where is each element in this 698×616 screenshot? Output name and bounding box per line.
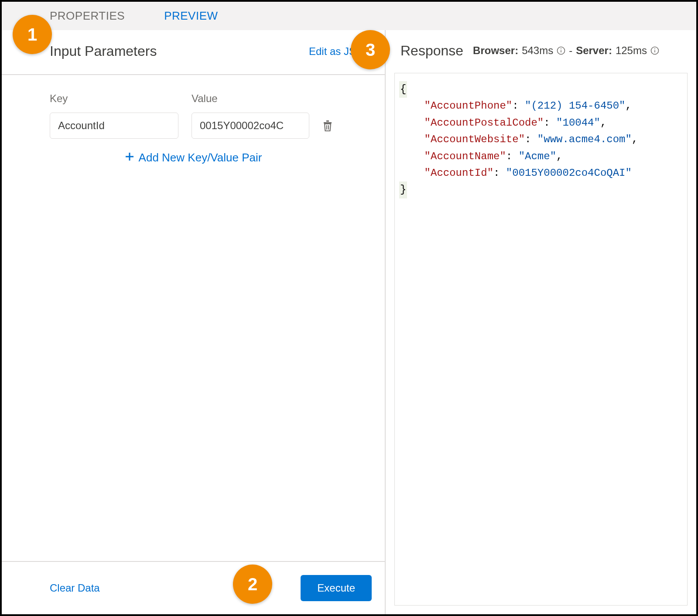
timing-separator: - xyxy=(569,44,572,57)
param-key-input[interactable] xyxy=(50,113,178,139)
browser-timing-label: Browser: xyxy=(473,44,518,57)
svg-point-8 xyxy=(561,48,561,49)
svg-point-11 xyxy=(654,48,655,49)
svg-rect-1 xyxy=(326,120,329,122)
callout-badge-2: 2 xyxy=(233,565,272,604)
tab-bar: PROPERTIES PREVIEW xyxy=(2,2,696,30)
value-column-label: Value xyxy=(192,92,218,105)
callout-badge-1: 1 xyxy=(13,15,52,54)
server-timing-label: Server: xyxy=(576,44,612,57)
execute-button[interactable]: Execute xyxy=(301,575,372,601)
callout-badge-3: 3 xyxy=(351,30,390,69)
add-new-pair-link[interactable]: Add New Key/Value Pair xyxy=(125,151,262,164)
response-json-viewer[interactable]: { "AccountPhone": "(212) 154-6450", "Acc… xyxy=(394,73,688,606)
input-panel-header: Input Parameters Edit as JSON xyxy=(2,30,385,75)
trash-icon[interactable] xyxy=(322,120,333,132)
input-parameters-pane: Input Parameters Edit as JSON Key Value xyxy=(2,30,386,614)
add-new-pair-label: Add New Key/Value Pair xyxy=(139,151,262,164)
info-icon[interactable] xyxy=(557,46,565,55)
svg-rect-0 xyxy=(324,122,332,123)
response-title: Response xyxy=(400,43,463,59)
input-panel-title: Input Parameters xyxy=(50,43,157,59)
key-column-label: Key xyxy=(50,92,178,105)
param-value-input[interactable] xyxy=(192,113,309,139)
svg-rect-2 xyxy=(326,125,327,130)
server-timing-value: 125ms xyxy=(616,44,647,57)
plus-icon xyxy=(125,151,134,164)
clear-data-link[interactable]: Clear Data xyxy=(50,582,100,594)
info-icon[interactable] xyxy=(650,46,659,55)
browser-timing-value: 543ms xyxy=(522,44,553,57)
response-pane: Response Browser: 543ms - Server: 125ms … xyxy=(386,30,696,614)
timing-readout: Browser: 543ms - Server: 125ms xyxy=(473,44,659,57)
param-row xyxy=(50,113,337,139)
tab-properties[interactable]: PROPERTIES xyxy=(50,9,125,23)
svg-rect-3 xyxy=(328,125,329,130)
tab-preview[interactable]: PREVIEW xyxy=(164,9,218,23)
